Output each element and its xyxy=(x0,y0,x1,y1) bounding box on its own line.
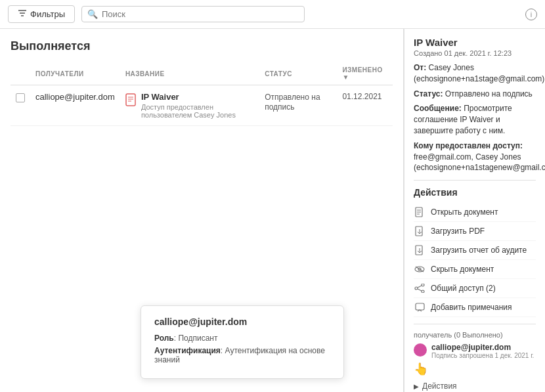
row-doc: IP Waiver Доступ предоставлен пользовате… xyxy=(120,85,259,126)
action-hide-doc[interactable]: Скрыть документ xyxy=(414,260,536,279)
open-doc-icon xyxy=(414,206,425,218)
action-download-pdf-label: Загрузить PDF xyxy=(431,227,485,236)
svg-line-22 xyxy=(418,289,422,291)
action-add-note-label: Добавить примечания xyxy=(431,303,512,312)
svg-rect-11 xyxy=(416,227,422,236)
recipient-sub: Подпись запрошена 1 дек. 2021 г. xyxy=(431,352,534,359)
chevron-right-icon: ▶ xyxy=(414,383,419,390)
header-status: СТАТУС xyxy=(259,62,337,85)
right-created: Создано 01 дек. 2021 г. 12:23 xyxy=(414,49,536,57)
action-share[interactable]: Общий доступ (2) xyxy=(414,279,536,298)
header-checkbox xyxy=(11,62,30,85)
header-changed: ИЗМЕНЕНО ▼ xyxy=(337,62,393,85)
sort-icon: ▼ xyxy=(342,74,349,81)
filter-icon xyxy=(18,9,27,19)
row-status: Отправлено на подпись xyxy=(259,85,337,126)
popup-auth: Аутентификация: Аутентификация на основе… xyxy=(154,346,330,364)
actions-expand[interactable]: ▶ Действия xyxy=(414,379,536,392)
actions-title: Действия xyxy=(414,187,536,198)
cursor-icon: 👆 xyxy=(414,362,428,376)
doc-sub: Доступ предоставлен пользователем Casey … xyxy=(141,103,254,119)
action-download-pdf[interactable]: Загрузить PDF xyxy=(414,222,536,241)
recipient-header: получатель (0 Выполнено) xyxy=(414,331,536,339)
action-add-note[interactable]: Добавить примечания xyxy=(414,298,536,317)
doc-name: IP Waiver xyxy=(141,92,254,102)
table-row[interactable]: calliope@jupiter.dom xyxy=(11,85,393,126)
left-panel: Выполняется ПОЛУЧАТЕЛИ НАЗВАНИЕ СТАТУС И… xyxy=(0,29,404,392)
top-bar: Фильтры 🔍 i xyxy=(0,0,545,29)
table-header-row: ПОЛУЧАТЕЛИ НАЗВАНИЕ СТАТУС ИЗМЕНЕНО ▼ xyxy=(11,62,393,85)
documents-table: ПОЛУЧАТЕЛИ НАЗВАНИЕ СТАТУС ИЗМЕНЕНО ▼ ca… xyxy=(11,62,393,126)
search-icon: 🔍 xyxy=(87,9,98,19)
row-checkbox[interactable] xyxy=(16,93,25,102)
svg-line-21 xyxy=(418,286,422,288)
right-panel: IP Waiver Создано 01 дек. 2021 г. 12:23 … xyxy=(404,29,545,392)
popup-email: calliope@jupiter.dom xyxy=(154,316,330,327)
right-access: Кому предоставлен доступ: free@gmail.com… xyxy=(414,141,536,173)
action-open-doc-label: Открыть документ xyxy=(431,207,498,217)
add-note-icon xyxy=(414,301,425,313)
action-download-audit[interactable]: Загрузить отчет об аудите xyxy=(414,241,536,260)
svg-point-19 xyxy=(422,290,424,293)
row-checkbox-cell xyxy=(11,85,30,126)
filter-button[interactable]: Фильтры xyxy=(8,5,75,23)
svg-rect-23 xyxy=(416,303,424,310)
right-status: Статус: Отправлено на подпись xyxy=(414,89,536,100)
doc-icon xyxy=(125,92,136,110)
recipient-info: calliope@jupiter.dom Подпись запрошена 1… xyxy=(431,343,534,359)
svg-point-18 xyxy=(422,284,424,286)
row-date: 01.12.2021 xyxy=(337,85,393,126)
row-recipient: calliope@jupiter.dom xyxy=(30,85,120,126)
svg-point-20 xyxy=(415,287,418,290)
search-input[interactable] xyxy=(102,9,299,19)
recipient-section: получатель (0 Выполнено) calliope@jupite… xyxy=(414,331,536,392)
divider xyxy=(414,180,536,181)
share-icon xyxy=(414,282,425,294)
action-open-doc[interactable]: Открыть документ xyxy=(414,203,536,222)
header-recipients: ПОЛУЧАТЕЛИ xyxy=(30,62,120,85)
hide-doc-icon xyxy=(414,263,425,275)
section-title: Выполняется xyxy=(11,39,393,53)
recipient-avatar xyxy=(414,343,427,357)
action-download-audit-label: Загрузить отчет об аудите xyxy=(431,246,527,255)
right-title: IP Waiver xyxy=(414,37,536,48)
action-hide-doc-label: Скрыть документ xyxy=(431,265,494,274)
search-wrapper: 🔍 xyxy=(81,6,305,22)
divider-2 xyxy=(414,324,536,324)
recipient-popup: calliope@jupiter.dom Роль: Подписант Аут… xyxy=(141,305,344,379)
download-audit-icon xyxy=(414,244,425,256)
popup-role: Роль: Подписант xyxy=(154,334,330,343)
header-name: НАЗВАНИЕ xyxy=(120,62,259,85)
action-share-label: Общий доступ (2) xyxy=(431,284,496,293)
right-message: Сообщение: Просмотрите соглашение IP Wai… xyxy=(414,103,536,136)
filter-label: Фильтры xyxy=(30,9,65,19)
info-icon[interactable]: i xyxy=(525,9,537,20)
right-from: От: Casey Jones (echosignone+na1stage@gm… xyxy=(414,62,536,85)
download-pdf-icon xyxy=(414,225,425,237)
svg-rect-3 xyxy=(126,94,135,106)
recipient-email: calliope@jupiter.dom xyxy=(431,343,534,352)
main-layout: Выполняется ПОЛУЧАТЕЛИ НАЗВАНИЕ СТАТУС И… xyxy=(0,29,545,392)
svg-rect-13 xyxy=(416,246,422,255)
recipient-item: calliope@jupiter.dom Подпись запрошена 1… xyxy=(414,343,536,359)
